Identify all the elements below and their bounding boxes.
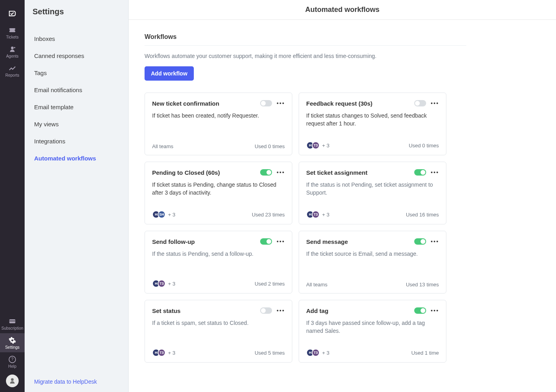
workflow-description: If ticket status changes to Solved, send…: [306, 112, 439, 136]
rail-label: Tickets: [6, 35, 18, 39]
workflow-usage: Used 16 times: [406, 212, 439, 218]
workflow-toggle[interactable]: [260, 307, 272, 314]
rail-item-subscription[interactable]: Subscription: [0, 314, 25, 333]
workflow-teams: HT3+ 3: [306, 349, 329, 357]
workflow-card[interactable]: Set statusIf a ticket is spam, set statu…: [145, 300, 292, 363]
workflow-usage: Used 1 time: [411, 350, 439, 356]
workflow-teams: HSH+ 3: [152, 210, 175, 218]
workflow-title: New ticket confirmation: [152, 100, 257, 107]
workflow-card[interactable]: Send messageIf the ticket source is Emai…: [299, 231, 446, 294]
sidebar-item-integrations[interactable]: Integrations: [25, 134, 128, 149]
rail-item-help[interactable]: ? Help: [0, 352, 25, 371]
workflow-description: If ticket has been created, notify Reque…: [152, 112, 285, 138]
workflow-title: Set ticket assignment: [306, 169, 411, 176]
team-chip: T3: [158, 349, 166, 357]
team-more: + 3: [322, 212, 329, 218]
svg-text:?: ?: [11, 357, 14, 361]
team-chip: T3: [158, 280, 166, 288]
workflow-toggle[interactable]: [414, 238, 426, 245]
section-description: Workflows automate your customer support…: [145, 46, 540, 59]
workflow-title: Send message: [306, 238, 411, 245]
rail-label: Agents: [6, 54, 18, 58]
more-options-icon[interactable]: [430, 102, 439, 105]
section-title: Workflows: [145, 33, 466, 46]
workflow-card[interactable]: Set ticket assignmentIf the status is no…: [299, 162, 446, 224]
workflow-grid: New ticket confirmationIf ticket has bee…: [145, 93, 466, 363]
sidebar-item-my-views[interactable]: My views: [25, 117, 128, 131]
workflow-title: Set status: [152, 307, 257, 314]
workflow-teams: All teams: [306, 282, 327, 288]
workflow-card[interactable]: Pending to Closed (60s)If ticket status …: [145, 162, 292, 224]
rail-label: Subscription: [1, 326, 23, 330]
more-options-icon[interactable]: [276, 309, 285, 312]
workflow-teams: HT3+ 3: [152, 349, 175, 357]
sidebar-item-email-template[interactable]: Email template: [25, 100, 128, 114]
workflow-usage: Used 0 times: [409, 143, 439, 149]
workflow-description: If a ticket is spam, set status to Close…: [152, 319, 285, 343]
migrate-link[interactable]: Migrate data to HelpDesk: [34, 378, 97, 385]
workflow-toggle[interactable]: [260, 238, 272, 245]
workflow-card[interactable]: New ticket confirmationIf ticket has bee…: [145, 93, 292, 155]
rail-item-tickets[interactable]: Tickets: [0, 23, 25, 42]
icon-rail: Tickets Agents Reports Subscription Sett…: [0, 0, 25, 392]
more-options-icon[interactable]: [430, 309, 439, 312]
workflow-card[interactable]: Feedback request (30s)If ticket status c…: [299, 93, 446, 155]
workflow-description: If the ticket source is Email, send a me…: [306, 250, 439, 276]
team-chip: T3: [312, 210, 320, 218]
team-more: + 3: [322, 143, 329, 149]
workflow-teams: HT3+ 3: [306, 141, 329, 149]
svg-rect-2: [10, 321, 15, 321]
workflow-description: If the status is Pending, send a follow-…: [152, 250, 285, 274]
workflow-toggle[interactable]: [414, 169, 426, 176]
sidebar-item-automated-workflows[interactable]: Automated workflows: [25, 151, 128, 166]
sidebar-item-inboxes[interactable]: Inboxes: [25, 31, 128, 46]
sidebar-title: Settings: [25, 0, 128, 22]
sidebar-item-email-notifications[interactable]: Email notifications: [25, 83, 128, 97]
user-avatar[interactable]: [6, 375, 19, 387]
rail-label: Reports: [5, 73, 19, 77]
more-options-icon[interactable]: [276, 240, 285, 243]
workflow-usage: Used 2 times: [255, 281, 285, 287]
workflow-toggle[interactable]: [260, 100, 272, 106]
workflow-toggle[interactable]: [260, 169, 272, 176]
sidebar-item-tags[interactable]: Tags: [25, 66, 128, 80]
workflow-toggle[interactable]: [414, 307, 426, 314]
team-more: + 3: [322, 350, 329, 356]
workflow-teams: HT3+ 3: [152, 280, 175, 288]
workflow-description: If ticket status is Pending, change stat…: [152, 181, 285, 205]
team-chip: T3: [312, 349, 320, 357]
more-options-icon[interactable]: [276, 171, 285, 174]
rail-label: Settings: [5, 345, 19, 350]
workflow-title: Feedback request (30s): [306, 100, 411, 107]
team-more: + 3: [168, 350, 175, 356]
more-options-icon[interactable]: [276, 102, 285, 105]
rail-item-reports[interactable]: Reports: [0, 61, 25, 80]
workflow-title: Add tag: [306, 307, 411, 314]
workflow-toggle[interactable]: [414, 100, 426, 106]
settings-sidebar: Settings InboxesCanned responsesTagsEmai…: [25, 0, 129, 392]
workflow-usage: Used 13 times: [406, 282, 439, 288]
workflow-usage: Used 5 times: [255, 350, 285, 356]
main: Automated workflows Workflows Workflows …: [129, 0, 556, 392]
team-chip: SH: [158, 210, 166, 218]
add-workflow-button[interactable]: Add workflow: [145, 66, 194, 81]
workflow-description: If the status is not Pending, set ticket…: [306, 181, 439, 205]
rail-item-agents[interactable]: Agents: [0, 42, 25, 61]
rail-item-settings[interactable]: Settings: [0, 333, 25, 352]
workflow-card[interactable]: Add tagIf 3 days have passed since follo…: [299, 300, 446, 363]
workflow-card[interactable]: Send follow-upIf the status is Pending, …: [145, 231, 292, 294]
workflow-teams: All teams: [152, 143, 173, 149]
more-options-icon[interactable]: [430, 240, 439, 243]
workflow-teams: HT3+ 3: [306, 210, 329, 218]
more-options-icon[interactable]: [430, 171, 439, 174]
rail-label: Help: [8, 364, 17, 369]
team-chip: T3: [312, 141, 320, 149]
workflow-usage: Used 0 times: [255, 143, 285, 149]
workflow-title: Pending to Closed (60s): [152, 169, 257, 176]
page-title: Automated workflows: [129, 0, 556, 20]
sidebar-item-canned-responses[interactable]: Canned responses: [25, 48, 128, 63]
workflow-description: If 3 days have passed since follow-up, a…: [306, 319, 439, 343]
app-logo[interactable]: [0, 4, 25, 23]
team-more: + 3: [168, 281, 175, 287]
workflow-title: Send follow-up: [152, 238, 257, 245]
